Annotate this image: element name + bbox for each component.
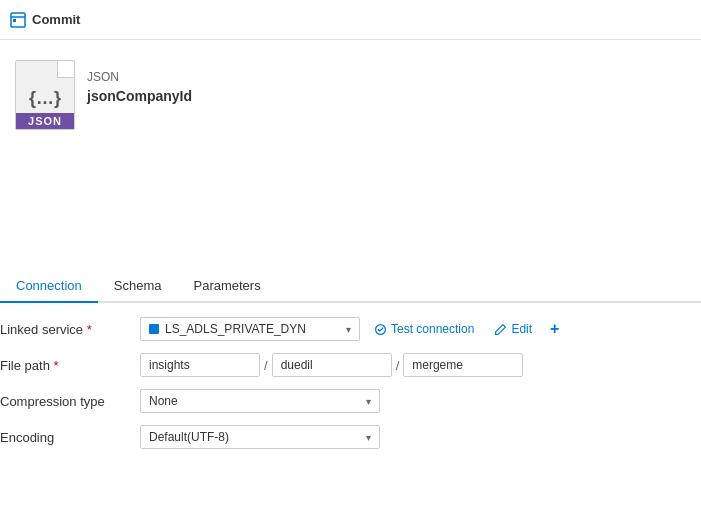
linked-service-dropdown[interactable]: LS_ADLS_PRIVATE_DYN ▾ — [140, 317, 360, 341]
linked-service-chevron: ▾ — [346, 324, 351, 335]
json-info: JSON jsonCompanyId — [87, 60, 192, 104]
json-badge: JSON — [16, 113, 74, 129]
commit-label: Commit — [32, 12, 80, 27]
add-linked-service-button[interactable]: + — [546, 320, 563, 338]
json-dataset-name: jsonCompanyId — [87, 88, 192, 104]
tab-parameters[interactable]: Parameters — [177, 270, 276, 303]
svg-rect-2 — [13, 19, 16, 22]
linked-service-value: LS_ADLS_PRIVATE_DYN — [165, 322, 306, 336]
file-path-part2[interactable] — [272, 353, 392, 377]
commit-icon — [10, 12, 26, 28]
encoding-label: Encoding — [0, 430, 140, 445]
compression-type-value: None — [149, 394, 178, 408]
test-connection-button[interactable]: Test connection — [368, 318, 480, 340]
encoding-value: Default(UTF-8) — [149, 430, 229, 444]
compression-type-chevron: ▾ — [366, 396, 371, 407]
compression-type-dropdown[interactable]: None ▾ — [140, 389, 380, 413]
json-type-label: JSON — [87, 70, 192, 84]
tabs-row: Connection Schema Parameters — [0, 270, 701, 303]
encoding-chevron: ▾ — [366, 432, 371, 443]
encoding-control: Default(UTF-8) ▾ — [140, 425, 701, 449]
linked-service-required: * — [87, 322, 92, 337]
json-file-icon: {…} JSON — [15, 60, 75, 130]
edit-button[interactable]: Edit — [488, 318, 538, 340]
compression-type-control: None ▾ — [140, 389, 701, 413]
form-area: Linked service * LS_ADLS_PRIVATE_DYN ▾ — [0, 303, 701, 461]
file-path-part3[interactable] — [403, 353, 523, 377]
path-sep-1: / — [264, 358, 268, 373]
file-path-required: * — [54, 358, 59, 373]
linked-service-row: Linked service * LS_ADLS_PRIVATE_DYN ▾ — [0, 317, 701, 341]
encoding-row: Encoding Default(UTF-8) ▾ — [0, 425, 701, 449]
file-path-inputs: / / — [140, 353, 523, 377]
linked-service-dot — [149, 324, 159, 334]
tab-connection[interactable]: Connection — [0, 270, 98, 303]
compression-type-label: Compression type — [0, 394, 140, 409]
json-card-area: {…} JSON JSON jsonCompanyId — [0, 40, 701, 140]
top-bar: Commit — [0, 0, 701, 40]
linked-service-label: Linked service * — [0, 322, 140, 337]
json-curly-braces: {…} — [29, 88, 61, 109]
encoding-dropdown[interactable]: Default(UTF-8) ▾ — [140, 425, 380, 449]
main-content: {…} JSON JSON jsonCompanyId Connection S… — [0, 40, 701, 530]
file-path-part1[interactable] — [140, 353, 260, 377]
test-connection-icon — [374, 323, 387, 336]
file-path-label: File path * — [0, 358, 140, 373]
path-sep-2: / — [396, 358, 400, 373]
compression-type-row: Compression type None ▾ — [0, 389, 701, 413]
file-path-control: / / — [140, 353, 701, 377]
tab-schema[interactable]: Schema — [98, 270, 178, 303]
file-path-row: File path * / / — [0, 353, 701, 377]
edit-icon — [494, 323, 507, 336]
linked-service-control: LS_ADLS_PRIVATE_DYN ▾ Test connection Ed — [140, 317, 701, 341]
